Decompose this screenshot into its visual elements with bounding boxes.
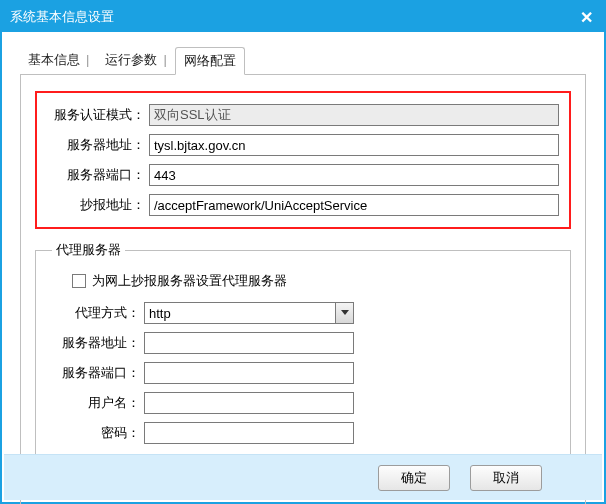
row-proxy-method: 代理方式： http	[52, 301, 554, 325]
input-server-port[interactable]	[149, 164, 559, 186]
row-proxy-password: 密码：	[52, 421, 554, 445]
input-proxy-user[interactable]	[144, 392, 354, 414]
row-proxy-port: 服务器端口：	[52, 361, 554, 385]
title-bar: 系统基本信息设置 ✕	[2, 2, 604, 32]
row-report-url: 抄报地址：	[47, 193, 559, 217]
input-proxy-address[interactable]	[144, 332, 354, 354]
cancel-button[interactable]: 取消	[470, 465, 542, 491]
label-proxy-port: 服务器端口：	[52, 364, 144, 382]
tab-runtime[interactable]: 运行参数	[97, 47, 174, 75]
label-server-port: 服务器端口：	[47, 166, 149, 184]
label-proxy-enable: 为网上抄报服务器设置代理服务器	[92, 272, 287, 290]
checkbox-proxy-enable[interactable]	[72, 274, 86, 288]
input-server-address[interactable]	[149, 134, 559, 156]
window-title: 系统基本信息设置	[10, 8, 114, 26]
select-proxy-method[interactable]: http	[144, 302, 354, 324]
close-icon: ✕	[580, 8, 593, 27]
label-report-url: 抄报地址：	[47, 196, 149, 214]
select-proxy-method-value: http	[149, 306, 171, 321]
server-section: 服务认证模式： 服务器地址： 服务器端口： 抄报地址：	[35, 91, 571, 229]
input-proxy-password[interactable]	[144, 422, 354, 444]
tab-network[interactable]: 网络配置	[175, 47, 245, 75]
proxy-fieldset: 代理服务器 为网上抄报服务器设置代理服务器 代理方式： http 服务器	[35, 241, 571, 458]
label-server-address: 服务器地址：	[47, 136, 149, 154]
proxy-legend: 代理服务器	[52, 241, 125, 259]
label-proxy-user: 用户名：	[52, 394, 144, 412]
label-proxy-password: 密码：	[52, 424, 144, 442]
row-server-port: 服务器端口：	[47, 163, 559, 187]
label-proxy-method: 代理方式：	[52, 304, 144, 322]
label-auth-mode: 服务认证模式：	[47, 106, 149, 124]
client-area: 基本信息 运行参数 网络配置 服务认证模式： 服务器地址： 服务器端口：	[2, 32, 604, 504]
dialog-button-bar: 确定 取消	[4, 454, 602, 500]
svg-marker-0	[341, 310, 349, 315]
row-proxy-address: 服务器地址：	[52, 331, 554, 355]
row-server-address: 服务器地址：	[47, 133, 559, 157]
chevron-down-icon	[335, 303, 353, 323]
tab-strip: 基本信息 运行参数 网络配置	[20, 46, 586, 75]
tab-basic[interactable]: 基本信息	[20, 47, 97, 75]
tab-panel-network: 服务认证模式： 服务器地址： 服务器端口： 抄报地址： 代理服务器	[20, 75, 586, 504]
label-proxy-address: 服务器地址：	[52, 334, 144, 352]
input-auth-mode	[149, 104, 559, 126]
settings-window: 系统基本信息设置 ✕ 基本信息 运行参数 网络配置 服务认证模式： 服务器地址：	[0, 0, 606, 504]
input-report-url[interactable]	[149, 194, 559, 216]
input-proxy-port[interactable]	[144, 362, 354, 384]
row-proxy-user: 用户名：	[52, 391, 554, 415]
close-button[interactable]: ✕	[568, 2, 604, 32]
row-proxy-enable: 为网上抄报服务器设置代理服务器	[72, 271, 554, 291]
ok-button[interactable]: 确定	[378, 465, 450, 491]
row-auth-mode: 服务认证模式：	[47, 103, 559, 127]
